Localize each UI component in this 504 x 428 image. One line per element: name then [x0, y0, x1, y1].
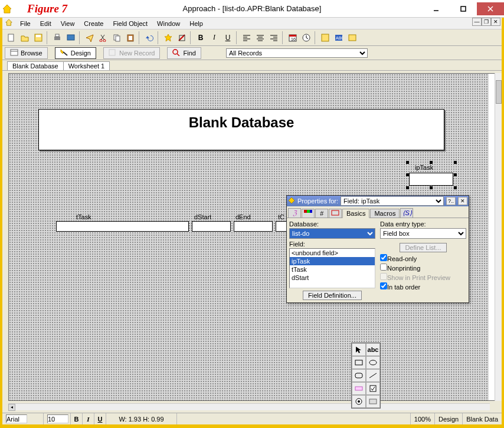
field-listbox[interactable]: <unbound field> ipTask tTask dStart — [289, 248, 375, 288]
field-label-tc[interactable]: tC — [278, 213, 284, 220]
mdi-close-button[interactable]: ✕ — [491, 18, 500, 26]
align-right-button[interactable] — [267, 31, 280, 44]
find-mode-button[interactable]: Find — [167, 47, 201, 59]
spellcheck-button[interactable]: ABC — [332, 31, 345, 44]
field-dend[interactable] — [234, 221, 273, 232]
proptab-basics[interactable]: Basics — [342, 209, 369, 218]
field-label-dend[interactable]: dEnd — [235, 213, 251, 220]
button-tool[interactable] — [366, 395, 380, 408]
database-select[interactable]: list-do — [289, 228, 375, 239]
print-button[interactable] — [51, 31, 64, 44]
text-tool[interactable]: abc — [366, 343, 380, 356]
taborder-checkbox[interactable]: In tab order — [380, 282, 466, 291]
scroll-thumb[interactable] — [496, 80, 502, 104]
tab-blank-database[interactable]: Blank Database — [7, 61, 64, 70]
preview-button[interactable] — [64, 31, 77, 44]
scroll-left-button[interactable]: ◂ — [8, 404, 15, 411]
status-bold-button[interactable]: B — [71, 413, 83, 424]
close-button[interactable] — [477, 2, 504, 15]
underline-button[interactable]: U — [221, 31, 234, 44]
proptab-format[interactable]: # — [315, 209, 328, 218]
status-underline-button[interactable]: U — [94, 413, 106, 424]
field-definition-button[interactable]: Field Definition... — [303, 291, 362, 300]
properties-titlebar[interactable]: Properties for: Field: ipTask ?.. ✕ — [287, 196, 469, 206]
svg-rect-17 — [116, 36, 120, 41]
field-list-item[interactable]: tTask — [290, 265, 375, 274]
save-button[interactable] — [32, 31, 45, 44]
rect-tool[interactable] — [352, 356, 366, 369]
send-button[interactable] — [83, 31, 96, 44]
status-zoom[interactable]: 100% — [411, 413, 435, 424]
properties-target-select[interactable]: Field: ipTask — [341, 196, 444, 206]
proptab-color[interactable] — [302, 209, 315, 218]
design-canvas[interactable]: Blank Database ipTask tTask dStart dEnd … — [8, 73, 490, 401]
field-tc[interactable] — [276, 221, 287, 232]
date-button[interactable]: 16 — [286, 31, 299, 44]
menu-help[interactable]: Help — [185, 19, 208, 28]
time-button[interactable] — [300, 31, 313, 44]
proptab-macros[interactable]: Macros — [370, 209, 400, 218]
delete-button[interactable] — [175, 31, 188, 44]
cut-button[interactable] — [97, 31, 110, 44]
form-title-block[interactable]: Blank Database — [38, 109, 444, 150]
proptab-style[interactable]: ℨ — [288, 208, 301, 218]
browse-mode-button[interactable]: Browse — [5, 47, 48, 59]
design-mode-button[interactable]: Design — [55, 47, 96, 59]
font-size-input[interactable] — [47, 414, 68, 423]
menu-edit[interactable]: Edit — [35, 19, 56, 28]
roundrect-tool[interactable] — [352, 369, 366, 382]
open-button[interactable] — [18, 31, 31, 44]
italic-button[interactable]: I — [208, 31, 221, 44]
undo-button[interactable] — [143, 31, 156, 44]
ellipse-tool[interactable] — [366, 356, 380, 369]
status-italic-button[interactable]: I — [83, 413, 94, 424]
home-icon[interactable] — [5, 18, 13, 29]
proptab-script[interactable]: ⟨S⟩ — [400, 208, 413, 218]
nonprinting-checkbox[interactable]: Nonprinting — [380, 264, 466, 272]
entry-type-select[interactable]: Field box — [380, 228, 466, 239]
maximize-button[interactable] — [450, 2, 477, 15]
svg-rect-64 — [369, 399, 377, 404]
copy-button[interactable] — [110, 31, 123, 44]
new-button[interactable] — [5, 31, 18, 44]
readonly-checkbox[interactable]: Read-only — [380, 254, 466, 262]
field-list-item[interactable]: dStart — [290, 274, 375, 282]
bold-button[interactable]: B — [194, 31, 207, 44]
minimize-button[interactable] — [423, 2, 450, 15]
menu-file[interactable]: File — [15, 19, 35, 28]
new-record-icon[interactable] — [162, 31, 175, 44]
proptab-size[interactable] — [329, 209, 342, 218]
mdi-restore-button[interactable]: ❐ — [482, 18, 491, 26]
field-label-ttask[interactable]: tTask — [76, 213, 91, 220]
field-list-item-selected[interactable]: ipTask — [290, 257, 375, 265]
menu-window[interactable]: Window — [152, 19, 185, 28]
svg-marker-5 — [6, 19, 12, 25]
align-center-button[interactable] — [254, 31, 267, 44]
help-button[interactable]: ?.. — [446, 197, 456, 205]
align-left-button[interactable] — [240, 31, 253, 44]
form-title-text: Blank Database — [189, 114, 294, 131]
vertical-scrollbar[interactable] — [495, 73, 502, 401]
field-label-dstart[interactable]: dStart — [194, 213, 211, 220]
field-tool[interactable] — [352, 382, 366, 395]
menu-create[interactable]: Create — [79, 19, 108, 28]
records-filter-select[interactable]: All Records — [226, 48, 368, 58]
menu-field-object[interactable]: Field Object — [108, 19, 152, 28]
horizontal-scrollbar[interactable]: ◂ — [8, 403, 490, 410]
font-select[interactable] — [6, 414, 27, 423]
checkbox-tool[interactable] — [366, 382, 380, 395]
field-list-item[interactable]: <unbound field> — [290, 249, 375, 257]
tools-button[interactable] — [346, 31, 359, 44]
field-ttask[interactable] — [56, 221, 189, 232]
pointer-tool[interactable] — [352, 343, 366, 356]
mdi-minimize-button[interactable]: — — [472, 18, 482, 26]
props-button[interactable] — [319, 31, 332, 44]
properties-close-button[interactable]: ✕ — [458, 197, 467, 205]
field-dstart[interactable] — [192, 221, 231, 232]
line-tool[interactable] — [366, 369, 380, 382]
menu-view[interactable]: View — [56, 19, 80, 28]
radio-tool[interactable] — [352, 395, 366, 408]
tab-worksheet1[interactable]: Worksheet 1 — [63, 61, 110, 70]
tool-palette[interactable]: abc — [351, 343, 381, 409]
paste-button[interactable] — [124, 31, 137, 44]
